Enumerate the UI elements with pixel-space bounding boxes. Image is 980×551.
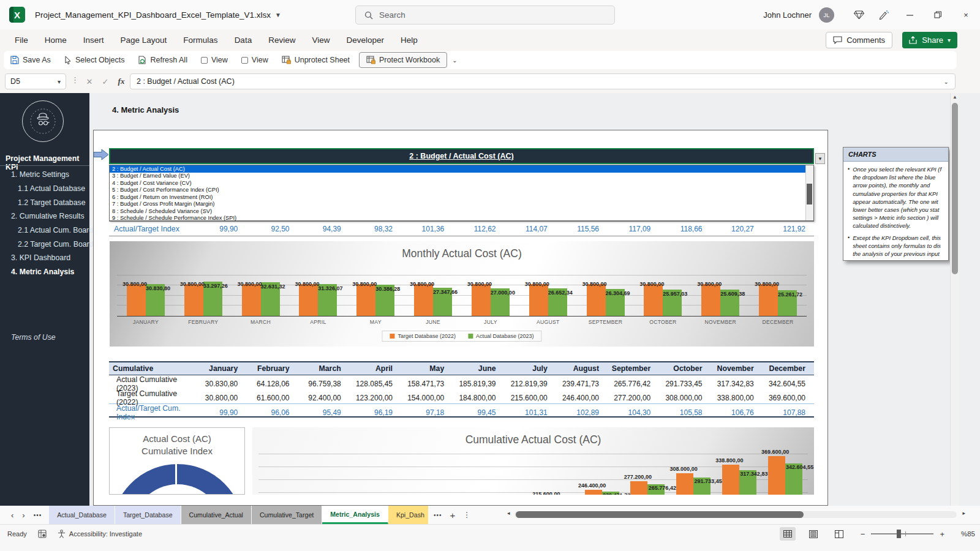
feedback-pen-icon[interactable] [871, 0, 895, 29]
horizontal-scrollbar-thumb[interactable] [516, 511, 804, 518]
dropdown-option[interactable]: 5 : Budget / Cost Performance Index (CPI… [110, 187, 813, 194]
cumulative-chart[interactable]: Cumulative Actual Cost (AC) 30.800,0030.… [252, 427, 814, 495]
zoom-percentage[interactable]: %85 [953, 530, 975, 538]
dropdown-option[interactable]: 7 : Budget / Gross Profit Margin (Margin… [110, 201, 813, 208]
sidebar-item[interactable]: 1.2 Target Database [0, 195, 89, 209]
bar-group[interactable]: 246.400,00239.471,73 [579, 454, 625, 495]
bar-group[interactable]: 30.800,0026.652,34 [519, 276, 577, 316]
terms-of-use-link[interactable]: Terms of Use [11, 333, 56, 342]
bar-group[interactable]: 184.800,00185.819,39 [488, 454, 533, 495]
target-bar[interactable] [644, 284, 663, 316]
document-title[interactable]: Project_Management_KPI_Dashboard_Excel_T… [35, 0, 281, 29]
bar-group[interactable]: 30.800,0032.631,32 [232, 276, 290, 316]
dropdown-option[interactable]: 4 : Budget / Cost Variance (CV) [110, 179, 813, 187]
dropdown-option[interactable]: 6 : Budget / Return on Investment (ROI) [110, 193, 813, 201]
page-layout-view-button[interactable] [805, 527, 821, 541]
view-checkbox-1[interactable]: View [194, 51, 235, 69]
scroll-up-icon[interactable]: ▲ [951, 94, 959, 100]
bar-group[interactable]: 30.800,0025.609,38 [692, 276, 749, 316]
ribbon-tab-data[interactable]: Data [235, 36, 252, 45]
refresh-all-button[interactable]: Refresh All [131, 51, 194, 69]
restore-button[interactable] [924, 0, 952, 29]
zoom-slider[interactable] [871, 533, 933, 534]
bar-group[interactable]: 277.200,00265.776,42 [625, 454, 671, 495]
horizontal-scrollbar[interactable]: ◂ ▸ [507, 509, 965, 520]
minimize-button[interactable] [895, 0, 924, 29]
sidebar-item[interactable]: 4. Metric Analysis [0, 265, 89, 279]
protect-workbook-button[interactable]: Protect Workbook [359, 52, 447, 68]
next-sheet-button[interactable]: › [22, 511, 24, 520]
bar-group[interactable]: 61.600,0064.128,06 [304, 454, 350, 495]
formula-bar-expand-icon[interactable]: ⌄ [944, 78, 949, 85]
sidebar-item[interactable]: 1. Metric Settings [0, 168, 89, 182]
ribbon-tab-help[interactable]: Help [401, 36, 418, 45]
dropdown-scrollbar[interactable] [805, 165, 813, 220]
ribbon-tab-developer[interactable]: Developer [346, 36, 384, 45]
scroll-right-icon[interactable]: ▸ [962, 510, 965, 516]
cancel-entry-icon[interactable]: ✕ [82, 73, 97, 89]
zoom-slider-thumb[interactable] [897, 530, 901, 538]
tab-options-icon[interactable]: ⋮ [463, 511, 470, 519]
zoom-out-button[interactable]: − [857, 530, 869, 539]
target-bar[interactable] [759, 284, 778, 316]
sheet-tab-cumulative_actual[interactable]: Cumulative_Actual [181, 506, 252, 524]
ribbon-tab-insert[interactable]: Insert [83, 36, 104, 45]
zoom-in-button[interactable]: + [936, 530, 948, 539]
dropdown-option[interactable]: 3 : Budget / Earned Value (EV) [110, 173, 813, 180]
ribbon-tab-file[interactable]: File [15, 36, 28, 45]
insert-function-icon[interactable]: fx [114, 73, 129, 89]
ribbon-tab-formulas[interactable]: Formulas [183, 36, 217, 45]
avatar[interactable]: JL [819, 7, 834, 23]
bar-group[interactable]: 92.400,0096.759,38 [350, 454, 396, 495]
bar-group[interactable]: 30.800,0027.000,00 [462, 276, 519, 316]
ribbon-tab-page-layout[interactable]: Page Layout [121, 36, 167, 45]
scroll-left-icon[interactable]: ◂ [507, 510, 510, 516]
search-input[interactable]: Search [355, 6, 615, 24]
bar-group[interactable]: 338.800,00317.342,83 [717, 454, 763, 495]
sidebar-item[interactable]: 2.2 Target Cum. Board [0, 237, 89, 251]
accessibility-status[interactable]: Accessibility: Investigate [58, 530, 142, 538]
bar-group[interactable]: 30.800,0025.957,03 [634, 276, 692, 316]
sheet-tab-target_database[interactable]: Target_Database [115, 506, 181, 524]
sheet-tab-actual_database[interactable]: Actual_Database [49, 506, 115, 524]
close-button[interactable]: × [952, 0, 980, 29]
bar-group[interactable]: 30.800,0033.297,26 [175, 276, 232, 316]
share-button[interactable]: Share ▾ [902, 32, 957, 48]
ribbon-tab-review[interactable]: Review [268, 36, 295, 45]
page-break-view-button[interactable] [831, 527, 847, 541]
unprotect-sheet-button[interactable]: Unprotect Sheet [275, 51, 356, 69]
vertical-scrollbar-thumb[interactable] [952, 103, 958, 274]
bar-group[interactable]: 30.800,0030.830,80 [258, 454, 304, 495]
dropdown-option[interactable]: 9 : Schedule / Schedule Performance Inde… [110, 215, 813, 222]
all-sheets-button[interactable]: ••• [34, 512, 42, 519]
comments-button[interactable]: Comments [826, 32, 892, 48]
dropdown-option[interactable]: 2 : Budget / Actual Cost (AC) [110, 165, 813, 173]
ribbon-tab-view[interactable]: View [312, 36, 330, 45]
bar-group[interactable]: 30.800,0026.304,69 [577, 276, 635, 316]
bar-group[interactable]: 215.600,00212.819,39 [533, 454, 579, 495]
sidebar-item[interactable]: 1.1 Actual Database [0, 182, 89, 196]
sheet-tab-cumulative_target[interactable]: Cumulative_Target [252, 506, 322, 524]
bar-group[interactable]: 30.800,0025.261,72 [749, 276, 807, 316]
bar-group[interactable]: 30.800,0031.326,07 [289, 276, 347, 316]
target-bar[interactable] [701, 284, 720, 316]
bar-group[interactable]: 30.800,0030.386,28 [347, 276, 404, 316]
sidebar-item[interactable]: 2.1 Actual Cum. Board [0, 223, 89, 238]
target-bar[interactable] [529, 284, 548, 316]
dropdown-open-button[interactable]: ▼ [815, 153, 825, 164]
new-sheet-button[interactable]: + [450, 510, 455, 520]
view-checkbox-2[interactable]: View [235, 51, 275, 69]
name-box[interactable]: D5 ▾ [5, 73, 66, 89]
bar-group[interactable]: 154.000,00158.471,73 [442, 454, 488, 495]
target-bar[interactable] [587, 284, 606, 316]
premium-diamond-icon[interactable] [846, 0, 871, 29]
donut-chart-panel[interactable]: Actual Cost (AC) Cumulative Index [109, 427, 245, 495]
sidebar-item[interactable]: 2. Cumulative Results [0, 209, 89, 223]
prev-sheet-button[interactable]: ‹ [11, 511, 13, 520]
name-box-splitter[interactable]: ⋮ [71, 75, 79, 84]
sheet-tab-metric_analysis[interactable]: Metric_Analysis [322, 506, 388, 524]
formula-input[interactable]: 2 : Budget / Actual Cost (AC) ⌄ [130, 73, 956, 89]
ribbon-tab-home[interactable]: Home [45, 36, 67, 45]
confirm-entry-icon[interactable]: ✓ [98, 73, 113, 89]
macro-record-icon[interactable] [38, 530, 47, 538]
